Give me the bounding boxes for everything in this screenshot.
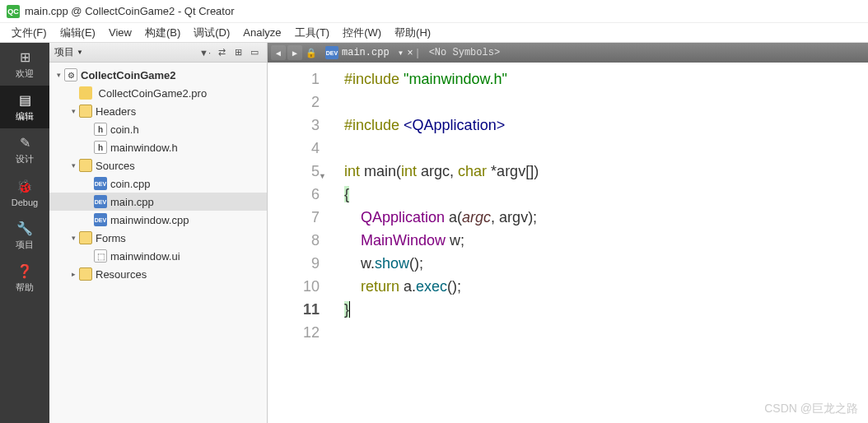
tree-item[interactable]: hcoin.h (49, 120, 267, 138)
code-line: return a.exec(); (344, 275, 868, 298)
tree-item[interactable]: hmainwindow.h (49, 138, 267, 156)
mode-icon: ▤ (16, 91, 33, 108)
mode-设计[interactable]: ✎设计 (0, 128, 49, 171)
tree-item[interactable]: ▾⚙CollectCoinGame2 (49, 66, 267, 84)
line-number[interactable]: 2 (268, 91, 320, 114)
mode-编辑[interactable]: ▤编辑 (0, 86, 49, 128)
tree-item[interactable]: DEVcoin.cpp (49, 174, 267, 193)
mode-icon: 🐞 (16, 179, 33, 195)
mode-label: 欢迎 (16, 67, 34, 80)
mode-icon: ⊞ (16, 49, 33, 65)
mode-label: 项目 (16, 239, 34, 251)
tree-label: coin.h (110, 123, 139, 136)
menu-item[interactable]: Analyze (236, 25, 287, 40)
mode-欢迎[interactable]: ⊞欢迎 (0, 43, 49, 86)
tree-label: main.cpp (110, 196, 154, 208)
code-line: int main(int argc, char *argv[]) (344, 160, 868, 183)
file-icon: DEV (94, 213, 107, 226)
tree-label: Forms (96, 232, 126, 244)
menu-item[interactable]: 编辑(E) (54, 24, 102, 42)
tab-dropdown-icon[interactable]: ▼ (398, 49, 404, 57)
line-number[interactable]: 1 (268, 67, 320, 91)
tree-item[interactable]: ▾Headers (49, 102, 267, 120)
tree-item[interactable]: DEVmain.cpp (49, 193, 267, 211)
side-panel: 项目 ▼ ▼· ⇄ ⊞ ▭ ▾⚙CollectCoinGame2 Collect… (49, 43, 268, 423)
line-number[interactable]: 11 (268, 298, 320, 321)
code-line: w.show(); (344, 252, 868, 275)
menu-bar: 文件(F)编辑(E)View构建(B)调试(D)Analyze工具(T)控件(W… (0, 23, 868, 43)
tree-label: Headers (96, 105, 136, 118)
mode-label: Debug (12, 198, 38, 207)
line-number[interactable]: 9 (268, 252, 320, 275)
window-title: main.cpp @ CollectCoinGame2 - Qt Creator (25, 5, 235, 17)
close-panel-icon[interactable]: ▭ (247, 45, 262, 60)
file-icon: ⬚ (94, 249, 107, 263)
mode-Debug[interactable]: 🐞Debug (0, 171, 49, 214)
file-icon: ⚙ (64, 68, 77, 81)
line-number[interactable]: 12 (268, 321, 320, 344)
line-number[interactable]: 5▼ (268, 160, 320, 183)
tree-label: Resources (96, 268, 147, 281)
line-gutter: 12345▼6789101112 (268, 63, 329, 423)
expand-icon: ▾ (68, 234, 79, 242)
menu-item[interactable]: 帮助(H) (388, 24, 437, 42)
menu-item[interactable]: 调试(D) (187, 24, 236, 42)
code-lines[interactable]: #include "mainwindow.h"#include <QApplic… (329, 63, 868, 423)
tree-label: CollectCoinGame2 (81, 69, 176, 81)
expand-icon: ▸ (68, 270, 79, 278)
tree-item[interactable]: ⬚mainwindow.ui (49, 247, 267, 265)
line-number[interactable]: 8 (268, 229, 320, 252)
menu-item[interactable]: 工具(T) (288, 24, 337, 42)
file-icon (79, 105, 92, 118)
project-tree: ▾⚙CollectCoinGame2 CollectCoinGame2.pro▾… (49, 63, 267, 423)
file-tab[interactable]: DEV main.cpp (320, 46, 394, 59)
mode-bar: ⊞欢迎▤编辑✎设计🐞Debug🔧项目❓帮助 (0, 43, 49, 423)
file-icon (79, 159, 92, 172)
link-icon[interactable]: ⇄ (214, 45, 229, 60)
line-number[interactable]: 10 (268, 275, 320, 298)
expand-icon: ▾ (53, 71, 64, 79)
line-number[interactable]: 3 (268, 114, 320, 137)
filter-icon[interactable]: ▼· (198, 45, 212, 60)
file-icon (79, 86, 92, 100)
expand-icon: ▾ (68, 161, 79, 170)
menu-item[interactable]: 控件(W) (336, 24, 388, 42)
mode-label: 帮助 (16, 281, 34, 294)
nav-fwd-icon[interactable]: ► (287, 45, 302, 60)
chevron-down-icon: ▼ (77, 49, 83, 56)
line-number[interactable]: 4 (268, 137, 320, 160)
tree-label: coin.cpp (110, 178, 150, 190)
code-line: { (344, 183, 868, 206)
menu-item[interactable]: View (102, 25, 138, 40)
code-line: QApplication a(argc, argv); (344, 206, 868, 229)
file-icon (79, 231, 92, 244)
line-number[interactable]: 7 (268, 206, 320, 229)
file-icon: DEV (94, 177, 107, 190)
nav-back-icon[interactable]: ◄ (271, 45, 286, 60)
panel-title: 项目 (54, 45, 74, 59)
expand-icon: ▾ (68, 107, 79, 115)
tab-close-icon[interactable]: × (408, 47, 413, 58)
add-split-icon[interactable]: ⊞ (231, 45, 245, 60)
mode-项目[interactable]: 🔧项目 (0, 214, 49, 257)
panel-selector[interactable]: 项目 ▼ (54, 45, 198, 59)
line-number[interactable]: 6 (268, 183, 320, 206)
tree-item[interactable]: CollectCoinGame2.pro (49, 84, 267, 102)
menu-item[interactable]: 文件(F) (5, 24, 54, 42)
tree-item[interactable]: ▾Sources (49, 156, 267, 174)
code-line: MainWindow w; (344, 229, 868, 252)
file-icon: h (94, 141, 107, 154)
lock-icon[interactable]: 🔒 (306, 48, 317, 58)
tree-label: CollectCoinGame2.pro (96, 87, 207, 100)
editor-area: ◄ ► 🔒 DEV main.cpp ▼ × | <No Symbols> 12… (268, 43, 868, 423)
mode-icon: 🔧 (16, 220, 33, 236)
mode-帮助[interactable]: ❓帮助 (0, 257, 49, 300)
menu-item[interactable]: 构建(B) (138, 24, 187, 42)
tree-label: mainwindow.ui (110, 250, 180, 263)
symbol-selector[interactable]: <No Symbols> (422, 47, 506, 58)
tree-item[interactable]: ▸Resources (49, 265, 267, 283)
mode-label: 设计 (16, 153, 34, 165)
tree-item[interactable]: DEVmainwindow.cpp (49, 211, 267, 229)
code-line: } (344, 298, 868, 321)
tree-item[interactable]: ▾Forms (49, 229, 267, 247)
